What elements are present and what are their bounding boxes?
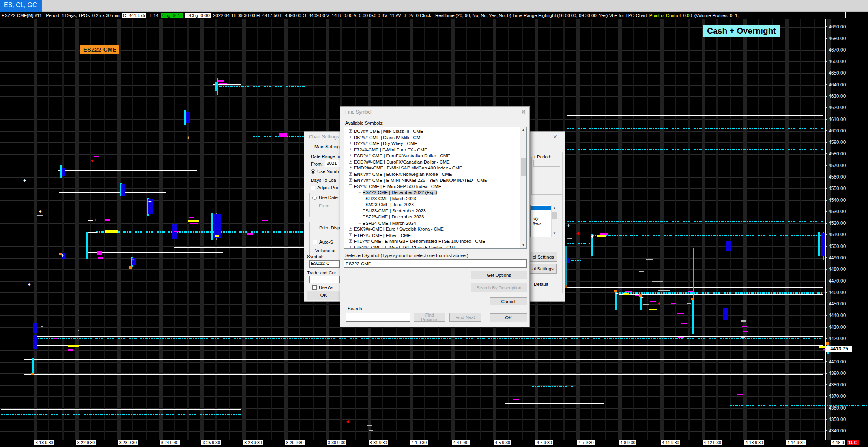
search-input[interactable] — [346, 313, 410, 322]
symbol-tree-item-label[interactable]: ESK?##-CME | Euro / Swedish Krona - CME — [354, 227, 444, 231]
scrollbar-thumb[interactable] — [521, 158, 526, 176]
bar-period-label: r Period: — [533, 155, 552, 159]
expand-icon[interactable]: + — [349, 148, 352, 151]
listbox-item[interactable]: llow — [533, 222, 541, 226]
selected-symbol-input[interactable] — [344, 259, 527, 268]
ok-button[interactable]: OK — [490, 313, 527, 322]
tpo-mark-magenta — [219, 83, 227, 84]
chart-settings-close-icon[interactable]: ✕ — [553, 134, 557, 140]
cross-marker: + — [640, 296, 644, 299]
symbol-tree-item[interactable]: – ESU23-CME | September 2023 — [359, 208, 527, 214]
scroll-up-icon[interactable]: ▲ — [520, 127, 526, 133]
symbol-tree-item[interactable]: +ENY?##-CME | E-MINI NIKKEI 225 - YEN DE… — [349, 177, 522, 184]
symbol-tree-item[interactable]: +DC?##-CME | Milk Class III - CME — [349, 129, 522, 135]
symbol-tree-item[interactable]: +ETH?##-CME | Ether - CME — [349, 233, 522, 239]
collapse-icon[interactable]: − — [349, 184, 352, 188]
symbol-tree-item[interactable]: +DY?##-CME | Dry Whey - CME — [349, 141, 522, 147]
find-symbol-title: Find Symbol — [345, 109, 372, 115]
symbol-tree-item-label[interactable]: EAD?##-CME | EuroFX/Australian Dollar - … — [354, 153, 450, 158]
symbol-tree-item-label[interactable]: DY?##-CME | Dry Whey - CME — [354, 141, 417, 146]
symbol-tree-item-label[interactable]: FT1?##-CME | E-Mini GBP-Denominated FTSE… — [354, 239, 485, 244]
find-previous-button[interactable]: Find Previous — [414, 313, 445, 322]
scroll-up-icon[interactable]: ▲ — [552, 205, 557, 211]
scroll-down-icon[interactable]: ▼ — [520, 242, 526, 248]
symbol-tree-item-label[interactable]: E7?##-CME | E-Mini Euro FX - CME — [354, 147, 427, 152]
expand-icon[interactable]: + — [349, 227, 352, 231]
time-axis[interactable]: 11 E 3-18 9:303-22 9:303-23 9:303-24 9:3… — [0, 440, 868, 447]
symbol-tree-item[interactable]: −ES?##-CME | E-Mini S&P 500 Index - CME — [349, 184, 522, 190]
expand-icon[interactable]: + — [349, 136, 352, 139]
find-next-button[interactable]: Find Next — [449, 313, 481, 322]
use-number-radio[interactable] — [311, 169, 315, 174]
cross-marker: + — [567, 224, 570, 227]
symbol-tree-item[interactable]: +DK?##-CME | Class IV Milk - CME — [349, 135, 522, 141]
symbol-tree-item-label[interactable]: ESH23-CME | March 2023 — [363, 196, 416, 201]
listbox-selected-row[interactable] — [531, 206, 551, 210]
use-as-checkbox[interactable] — [312, 285, 317, 290]
symbol-tree-item-label[interactable]: ESZ22-CME | December 2022 (Exp.) — [363, 190, 438, 195]
symbol-list-scrollbar[interactable]: ▲ ▼ — [520, 127, 526, 248]
symbol-tree-item[interactable]: +ENK?##-CME | EuroFX/Norwegian Krone - C… — [349, 171, 522, 178]
v-gridline — [48, 19, 49, 440]
chart-settings-ok-button[interactable]: OK — [307, 291, 340, 300]
expand-icon[interactable]: + — [349, 178, 352, 182]
trade-symbol-field[interactable] — [309, 276, 340, 283]
listbox-item[interactable]: nly — [533, 216, 539, 221]
expand-icon[interactable]: + — [349, 233, 352, 237]
symbol-tree-item-label[interactable]: FT5?##-CME | E-Mini FTSE China 50 Index … — [354, 245, 456, 249]
symbol-tree-item[interactable]: – ESH24-CME | March 2024 — [359, 220, 527, 227]
expand-icon[interactable]: + — [349, 246, 352, 249]
cs-listbox-scrollbar[interactable]: ▲ ▼ — [551, 205, 557, 237]
symbol-tree-item[interactable]: +EMD?##-CME | E-Mini S&P MidCap 400 Inde… — [349, 165, 522, 171]
highlight-dash-line — [567, 243, 590, 244]
symbol-tree-item-label[interactable]: ENY?##-CME | E-MINI NIKKEI 225 - YEN DEN… — [354, 178, 487, 183]
scrollbar-thumb[interactable] — [552, 212, 557, 219]
symbol-tree-item-label[interactable]: EMD?##-CME | E-Mini S&P MidCap 400 Index… — [354, 166, 462, 170]
symbol-settings-button-1[interactable]: ol Settings — [529, 252, 557, 262]
symbol-tree-item-label[interactable]: DC?##-CME | Milk Class III - CME — [354, 129, 423, 134]
symbol-tree-item[interactable]: +E7?##-CME | E-Mini Euro FX - CME — [349, 147, 522, 153]
cancel-button[interactable]: Cancel — [490, 297, 527, 305]
auto-scale-checkbox[interactable] — [313, 240, 317, 244]
symbol-tree-list[interactable]: +DC?##-CME | Milk Class III - CME+DK?##-… — [344, 127, 527, 249]
symbol-tree-item-label[interactable]: ES?##-CME | E-Mini S&P 500 Index - CME — [354, 184, 441, 188]
bar-period-field[interactable] — [533, 160, 560, 167]
symbol-tree-item-label[interactable]: ESH24-CME | March 2024 — [363, 220, 416, 225]
expand-icon[interactable]: + — [349, 172, 352, 176]
symbol-tree-item-label[interactable]: ESZ23-CME | December 2023 — [363, 214, 424, 219]
symbol-tree-item[interactable]: +ESK?##-CME | Euro / Swedish Krona - CME — [349, 226, 522, 233]
expand-icon[interactable]: + — [349, 154, 352, 157]
symbol-tree-item-label[interactable]: ECD?##-CME | EuroFX/Canadian Dollar - CM… — [354, 159, 450, 164]
search-by-description-button[interactable]: Search By Description — [471, 283, 527, 292]
symbol-tree-item-label[interactable]: ENK?##-CME | EuroFX/Norwegian Krone - CM… — [354, 171, 452, 176]
expand-icon[interactable]: + — [349, 166, 352, 169]
expand-icon[interactable]: + — [349, 142, 352, 145]
symbol-settings-button-2[interactable]: ol Settings — [529, 264, 557, 274]
scroll-down-icon[interactable]: ▼ — [552, 230, 557, 237]
symbol-field[interactable]: ESZ22-C — [309, 260, 340, 268]
expand-icon[interactable]: + — [349, 129, 352, 133]
symbol-tree-item[interactable]: – ESZ23-CME | December 2023 — [359, 214, 527, 220]
symbol-tree-item-label[interactable]: ESU23-CME | September 2023 — [363, 208, 426, 213]
symbol-tree-item[interactable]: +FT5?##-CME | E-Mini FTSE China 50 Index… — [349, 245, 522, 249]
time-alert-badge: 11 E — [847, 440, 859, 445]
get-options-button[interactable]: Get Options — [471, 271, 527, 279]
use-date-radio[interactable] — [312, 196, 317, 200]
default-button[interactable]: Default — [534, 282, 548, 287]
symbol-tree-item-label[interactable]: ETH?##-CME | Ether - CME — [354, 233, 411, 237]
find-symbol-close-icon[interactable]: ✕ — [521, 109, 526, 115]
symbol-tree-item[interactable]: – ESZ22-CME | December 2022 (Exp.) — [359, 190, 527, 196]
symbol-tree-item[interactable]: +EAD?##-CME | EuroFX/Australian Dollar -… — [349, 153, 522, 159]
adjust-checkbox[interactable] — [311, 186, 315, 190]
v-gridline — [229, 19, 230, 440]
expand-icon[interactable]: + — [349, 160, 352, 164]
chartbook-tab[interactable]: ES, CL, GC — [0, 0, 42, 12]
symbol-tree-item[interactable]: +FT1?##-CME | E-Mini GBP-Denominated FTS… — [349, 238, 522, 245]
symbol-tree-item[interactable]: – ESM23-CME | June 2023 — [359, 202, 527, 208]
expand-icon[interactable]: + — [349, 239, 352, 243]
tpo-mark-gray — [652, 281, 663, 282]
symbol-tree-item-label[interactable]: ESM23-CME | June 2023 — [363, 202, 414, 207]
symbol-tree-item[interactable]: +ECD?##-CME | EuroFX/Canadian Dollar - C… — [349, 159, 522, 166]
symbol-tree-item-label[interactable]: DK?##-CME | Class IV Milk - CME — [354, 135, 423, 140]
symbol-tree-item[interactable]: – ESH23-CME | March 2023 — [359, 196, 527, 202]
